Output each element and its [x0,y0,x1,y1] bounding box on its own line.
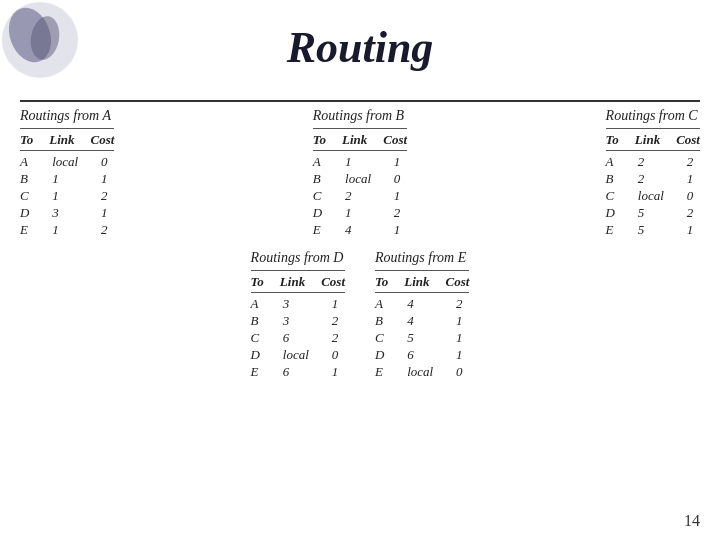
table-c-header-link: Link [635,132,660,150]
table-a-header-to: To [20,132,33,150]
table-b-rule [313,128,407,129]
table-c-header-cost: Cost [676,132,700,150]
routing-table-a: Routings from A To Link Cost Alocal0B11C… [20,108,114,238]
table-row: local [345,171,378,187]
table-row: 0 [332,347,345,363]
table-row: 1 [101,205,114,221]
table-row: D [313,205,329,221]
page-number: 14 [684,512,700,530]
table-a-data: Alocal0B11C12D31E12 [20,154,114,238]
table-a-rule [20,128,114,129]
table-row: C [313,188,329,204]
table-a-header-link: Link [49,132,74,150]
table-row: 1 [394,154,407,170]
table-a-header-rule [20,150,114,151]
table-d-rule [251,270,345,271]
bottom-tables-row: Routings from D To Link Cost A31B32C62Dl… [20,250,700,380]
table-row: 3 [283,296,316,312]
table-row: 1 [332,296,345,312]
table-row: 2 [101,188,114,204]
table-a-header-cost: Cost [91,132,115,150]
table-d-header-to: To [251,274,264,292]
table-b-grid: To Link Cost [313,132,407,150]
table-d-title: Routings from D [251,250,345,266]
table-row: 1 [345,154,378,170]
table-e-header-link: Link [404,274,429,292]
table-e-header-cost: Cost [446,274,470,292]
table-row: 2 [332,330,345,346]
table-row: 2 [687,154,700,170]
title-divider [20,100,700,102]
page-title: Routing [0,22,720,73]
table-row: 5 [638,205,671,221]
table-row: 2 [687,205,700,221]
table-row: 5 [407,330,440,346]
table-row: 2 [332,313,345,329]
table-row: 2 [101,222,114,238]
table-row: 3 [52,205,85,221]
table-row: E [251,364,267,380]
table-row: D [251,347,267,363]
table-row: 1 [52,222,85,238]
table-row: 1 [456,347,469,363]
table-row: 1 [687,171,700,187]
table-c-rule [606,128,700,129]
table-row: B [375,313,391,329]
table-row: A [251,296,267,312]
table-row: A [313,154,329,170]
routing-table-c: Routings from C To Link Cost A22B21Cloca… [606,108,700,238]
table-row: 1 [394,222,407,238]
table-d-header-cost: Cost [321,274,345,292]
table-row: 6 [407,347,440,363]
table-e-header-to: To [375,274,388,292]
table-row: 0 [456,364,469,380]
table-row: E [313,222,329,238]
table-b-header-link: Link [342,132,367,150]
table-row: 2 [638,171,671,187]
table-row: 0 [687,188,700,204]
table-e-title: Routings from E [375,250,469,266]
routing-table-d: Routings from D To Link Cost A31B32C62Dl… [251,250,345,380]
table-row: E [375,364,391,380]
table-row: 6 [283,364,316,380]
table-row: B [313,171,329,187]
table-d-grid: To Link Cost [251,274,345,292]
table-e-grid: To Link Cost [375,274,469,292]
table-row: E [606,222,622,238]
table-row: 1 [52,171,85,187]
table-row: 1 [687,222,700,238]
table-row: 6 [283,330,316,346]
table-d-data: A31B32C62Dlocal0E61 [251,296,345,380]
table-row: A [20,154,36,170]
table-row: E [20,222,36,238]
table-row: D [606,205,622,221]
table-c-header-rule [606,150,700,151]
table-row: D [375,347,391,363]
table-row: 2 [345,188,378,204]
table-c-header-to: To [606,132,619,150]
table-row: B [20,171,36,187]
table-row: B [251,313,267,329]
table-d-header-link: Link [280,274,305,292]
table-row: 1 [345,205,378,221]
table-c-title: Routings from C [606,108,700,124]
table-row: 4 [407,296,440,312]
table-b-header-cost: Cost [383,132,407,150]
main-content: Routings from A To Link Cost Alocal0B11C… [20,108,700,510]
table-e-header-rule [375,292,469,293]
table-a-title: Routings from A [20,108,114,124]
top-tables-row: Routings from A To Link Cost Alocal0B11C… [20,108,700,238]
table-c-data: A22B21Clocal0D52E51 [606,154,700,238]
table-d-header-rule [251,292,345,293]
table-c-grid: To Link Cost [606,132,700,150]
table-row: B [606,171,622,187]
table-a-grid: To Link Cost [20,132,114,150]
table-row: A [375,296,391,312]
table-row: C [606,188,622,204]
table-row: D [20,205,36,221]
table-row: local [283,347,316,363]
table-row: A [606,154,622,170]
table-row: local [407,364,440,380]
table-row: 0 [101,154,114,170]
routing-table-e: Routings from E To Link Cost A42B41C51D6… [375,250,469,380]
